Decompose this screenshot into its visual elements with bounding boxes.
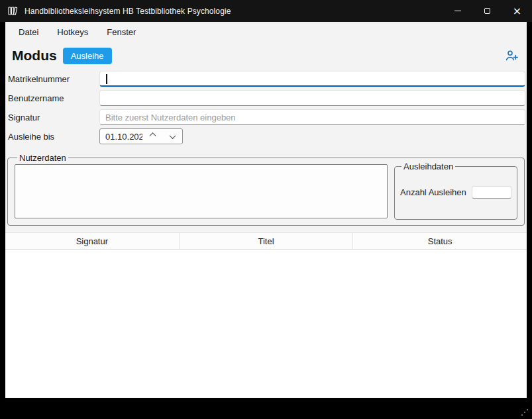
app-window: Handbibliotheksleihsystem HB Testbibliot…	[0, 0, 532, 419]
lending-form: Matrikelnummer Benutzername Signatur	[5, 71, 527, 148]
books-icon	[7, 5, 19, 17]
menu-item-hotkeys[interactable]: Hotkeys	[48, 24, 97, 40]
date-increment-button[interactable]	[142, 129, 162, 144]
anzahl-ausleihen-input[interactable]	[472, 186, 511, 199]
menu-item-fenster[interactable]: Fenster	[97, 24, 145, 40]
benutzername-field[interactable]	[99, 90, 525, 106]
ausleihe-bis-value[interactable]	[100, 132, 142, 142]
window-title: Handbibliotheksleihsystem HB Testbibliot…	[25, 7, 231, 16]
ausleihe-bis-label: Ausleihe bis	[8, 132, 99, 142]
close-icon: ×	[513, 6, 521, 17]
modus-heading: Modus	[12, 48, 57, 64]
ausleihdaten-legend: Ausleihdaten	[401, 162, 455, 171]
nutzerdaten-legend: Nutzerdaten	[17, 153, 68, 163]
matrikelnummer-label: Matrikelnummer	[8, 74, 99, 84]
modus-row: Modus Ausleihe	[12, 46, 521, 66]
minimize-icon	[454, 11, 461, 11]
signatur-input[interactable]	[100, 110, 525, 124]
close-button[interactable]: ×	[502, 0, 532, 22]
nutzerdaten-group: Nutzerdaten Ausleihdaten Anzahl Ausleihe…	[7, 153, 525, 226]
menubar: Datei Hotkeys Fenster	[5, 22, 527, 42]
titlebar: Handbibliotheksleihsystem HB Testbibliot…	[0, 0, 532, 22]
ausleihdaten-group: Ausleihdaten Anzahl Ausleihen	[394, 162, 517, 220]
table-body[interactable]	[5, 250, 527, 398]
add-user-icon[interactable]	[505, 49, 519, 62]
table-header: Signatur Titel Status	[5, 232, 527, 250]
column-header-signatur[interactable]: Signatur	[5, 233, 180, 249]
resize-grip[interactable]	[521, 408, 529, 416]
chevron-up-icon	[149, 132, 156, 139]
ausleihe-mode-button[interactable]: Ausleihe	[63, 48, 112, 64]
column-header-status[interactable]: Status	[353, 233, 527, 249]
signatur-row: Signatur	[8, 109, 525, 125]
chevron-down-icon	[169, 132, 176, 139]
text-caret	[106, 74, 107, 84]
main-content: Datei Hotkeys Fenster Modus Ausleihe Mat…	[5, 22, 527, 398]
anzahl-row: Anzahl Ausleihen	[400, 186, 511, 199]
window-controls: ×	[443, 0, 532, 22]
maximize-button[interactable]	[472, 0, 502, 22]
date-decrement-button[interactable]	[162, 129, 182, 144]
benutzername-row: Benutzername	[8, 90, 525, 106]
ausleihe-bis-row: Ausleihe bis	[8, 128, 525, 144]
menu-item-datei[interactable]: Datei	[9, 24, 48, 40]
matrikelnummer-field[interactable]	[99, 71, 525, 87]
resize-grip-dots	[527, 409, 528, 410]
items-table: Signatur Titel Status	[5, 232, 527, 398]
signatur-field[interactable]	[99, 109, 525, 125]
maximize-icon	[484, 8, 490, 14]
anzahl-ausleihen-label: Anzahl Ausleihen	[400, 187, 466, 197]
minimize-button[interactable]	[443, 0, 472, 22]
matrikelnummer-input[interactable]	[100, 71, 525, 85]
nutzerdaten-textarea[interactable]	[15, 164, 388, 218]
nutzerdaten-inner: Ausleihdaten Anzahl Ausleihen	[15, 164, 517, 220]
matrikelnummer-row: Matrikelnummer	[8, 71, 525, 87]
signatur-label: Signatur	[8, 113, 99, 122]
column-header-titel[interactable]: Titel	[180, 233, 354, 249]
ausleihe-bis-datepicker[interactable]	[99, 128, 183, 144]
benutzername-input[interactable]	[100, 91, 525, 105]
benutzername-label: Benutzername	[8, 93, 99, 103]
